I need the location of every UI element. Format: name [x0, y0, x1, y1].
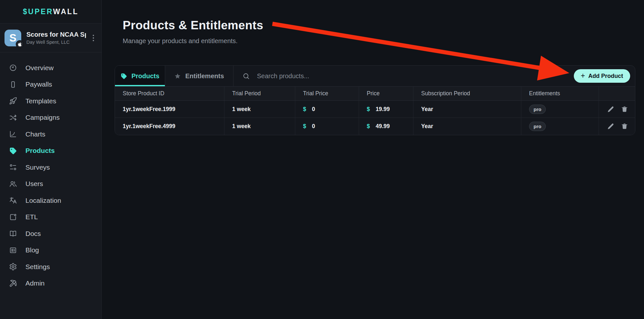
app-menu-kebab-icon[interactable]	[91, 33, 96, 43]
sidebar-item-label: Charts	[25, 130, 45, 138]
gear-icon	[9, 263, 17, 271]
cell-price: $ 19.99	[359, 101, 413, 117]
column-header-price: Price	[359, 87, 413, 100]
checklist-icon	[9, 163, 17, 171]
column-header-store-product-id: Store Product ID	[115, 87, 224, 100]
tab-bar: Products Entitlements + Add Product	[115, 66, 635, 87]
sidebar-item-localization[interactable]: Localization	[0, 192, 101, 209]
tab-products[interactable]: Products	[115, 66, 165, 86]
app-icon-letter: S	[9, 32, 16, 44]
cell-trial-price: $ 0	[295, 101, 359, 117]
sidebar-item-label: Blog	[25, 246, 39, 254]
cell-store-product-id: 1yr.1weekFree.1999	[115, 101, 224, 117]
cell-actions	[599, 118, 635, 135]
split-arrows-icon	[9, 114, 17, 122]
sidebar-item-etl[interactable]: ETL	[0, 209, 101, 226]
apple-platform-icon	[16, 40, 24, 48]
column-header-actions	[599, 87, 635, 100]
add-product-area: + Add Product	[574, 66, 635, 86]
column-header-trial-price: Trial Price	[295, 87, 359, 100]
app-name: Scores for NCAA Spo…	[26, 31, 86, 38]
search-icon	[242, 72, 250, 80]
currency-symbol: $	[367, 106, 370, 113]
sidebar-item-label: Campaigns	[25, 114, 60, 121]
column-header-entitlements: Entitlements	[521, 87, 599, 100]
page-subtitle: Manage your products and entitlements.	[123, 37, 238, 45]
cell-trial-period: 1 week	[224, 101, 295, 117]
cell-subscription-period: Year	[413, 118, 521, 135]
logo-text: WALL	[53, 7, 79, 16]
sidebar-item-paywalls[interactable]: Paywalls	[0, 76, 101, 93]
delete-button[interactable]	[621, 123, 628, 130]
sidebar-item-label: ETL	[25, 213, 38, 221]
trial-price-value: 0	[312, 106, 315, 113]
currency-symbol: $	[303, 106, 306, 113]
sidebar-item-label: Settings	[25, 263, 50, 271]
add-product-button[interactable]: + Add Product	[574, 69, 630, 83]
column-header-subscription-period: Subscription Period	[413, 87, 521, 100]
translate-icon	[9, 196, 17, 204]
app-meta: Scores for NCAA Spo… Day Well Spent, LLC	[26, 31, 86, 45]
table-header-row: Store Product ID Trial Period Trial Pric…	[115, 87, 635, 101]
sidebar-item-label: Localization	[25, 197, 61, 204]
edit-button[interactable]	[607, 123, 614, 130]
search-bar	[233, 66, 574, 86]
sidebar-item-label: Docs	[25, 230, 41, 238]
phone-icon	[9, 80, 17, 89]
sidebar-item-label: Users	[25, 180, 43, 188]
sidebar-item-label: Admin	[25, 279, 45, 287]
price-value: 19.99	[376, 106, 390, 113]
column-header-trial-period: Trial Period	[224, 87, 295, 100]
plus-icon: +	[581, 72, 585, 80]
price-value: 49.99	[376, 123, 390, 130]
pickaxe-icon	[9, 279, 17, 287]
cell-store-product-id: 1yr.1weekFree.4999	[115, 118, 224, 135]
tag-icon	[120, 73, 127, 80]
search-input[interactable]	[257, 72, 574, 80]
sidebar-item-label: Surveys	[25, 164, 50, 171]
sidebar: $UPERWALL S Scores for NCAA Spo… Day Wel…	[0, 0, 102, 319]
sidebar-item-label: Products	[25, 147, 55, 155]
sidebar-item-settings[interactable]: Settings	[0, 258, 101, 275]
cell-price: $ 49.99	[359, 118, 413, 135]
currency-symbol: $	[367, 123, 370, 130]
cell-entitlements: pro	[521, 118, 599, 135]
sidebar-item-campaigns[interactable]: Campaigns	[0, 109, 101, 126]
users-icon	[9, 180, 17, 188]
tab-entitlements[interactable]: Entitlements	[165, 66, 233, 86]
sidebar-item-charts[interactable]: Charts	[0, 126, 101, 143]
book-open-icon	[9, 230, 17, 238]
cell-actions	[599, 101, 635, 117]
chart-line-icon	[9, 130, 17, 138]
edit-button[interactable]	[607, 106, 614, 113]
sidebar-item-label: Paywalls	[25, 80, 52, 88]
sidebar-item-templates[interactable]: Templates	[0, 93, 101, 109]
app-icon: S	[5, 30, 21, 46]
cell-subscription-period: Year	[413, 101, 521, 117]
sidebar-item-label: Templates	[25, 97, 56, 105]
trial-price-value: 0	[312, 123, 315, 130]
org-name: Day Well Spent, LLC	[26, 40, 86, 45]
delete-button[interactable]	[621, 106, 628, 113]
main-content: Products & Entitlements Manage your prod…	[102, 0, 644, 319]
tab-label: Products	[131, 72, 159, 80]
cell-entitlements: pro	[521, 101, 599, 117]
sidebar-item-products[interactable]: Products	[0, 143, 101, 159]
sidebar-item-docs[interactable]: Docs	[0, 225, 101, 242]
cell-trial-period: 1 week	[224, 118, 295, 135]
sidebar-item-admin[interactable]: Admin	[0, 275, 101, 292]
sidebar-item-overview[interactable]: Overview	[0, 60, 101, 76]
sidebar-item-blog[interactable]: Blog	[0, 242, 101, 259]
tag-icon	[9, 147, 17, 155]
logo-text-accent: $UPER	[23, 7, 53, 16]
sidebar-nav: Overview Paywalls Templates Campaigns Ch…	[0, 52, 101, 292]
products-card: Products Entitlements + Add Product	[115, 65, 635, 135]
sidebar-item-users[interactable]: Users	[0, 176, 101, 192]
sidebar-item-surveys[interactable]: Surveys	[0, 159, 101, 176]
table-row: 1yr.1weekFree.4999 1 week $ 0 $ 49.99 Ye…	[115, 118, 635, 135]
page-title: Products & Entitlements	[123, 19, 263, 32]
overview-icon	[9, 64, 17, 72]
table-row: 1yr.1weekFree.1999 1 week $ 0 $ 19.99 Ye…	[115, 101, 635, 118]
currency-symbol: $	[303, 123, 306, 130]
app-switcher[interactable]: S Scores for NCAA Spo… Day Well Spent, L…	[0, 23, 101, 52]
